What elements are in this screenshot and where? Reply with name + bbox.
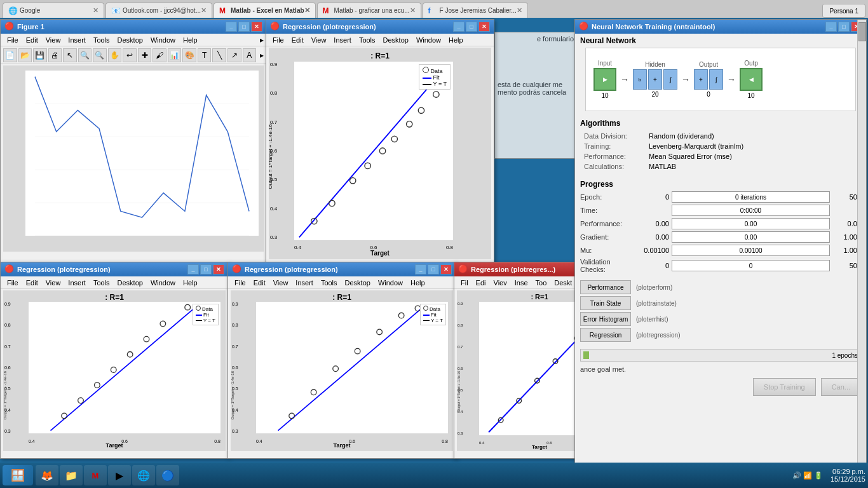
rbl-insert[interactable]: Insert [64,278,90,288]
rm-view[interactable]: View [308,35,330,45]
open-btn[interactable]: 📂 [18,48,32,62]
zoom-out-btn[interactable]: 🔍 [93,48,107,62]
rbl-desktop[interactable]: Desktop [114,278,147,288]
text-btn[interactable]: A [243,48,257,62]
nn-titlebar[interactable]: 🔴 Neural Network Training (nntraintool) … [575,20,866,34]
pan-btn[interactable]: ✋ [108,48,122,62]
menu-help[interactable]: Help [179,35,201,45]
nn-max[interactable]: □ [838,22,850,32]
nn-scrollbar-thumb[interactable] [858,22,866,41]
rbc-file[interactable]: File [231,278,250,288]
tab-facebook-close[interactable]: ✕ [517,6,522,15]
menu-insert[interactable]: Insert [64,35,90,45]
rm-file[interactable]: File [269,35,288,45]
rotate-btn[interactable]: ↩ [123,48,137,62]
tab-matlab-graficar-close[interactable]: ✕ [410,6,416,15]
rbl-tools[interactable]: Tools [90,278,114,288]
rbc-edit[interactable]: Edit [250,278,269,288]
figure1-titlebar[interactable]: 🔴 Figure 1 _ □ ✕ [1,20,266,34]
taskbar-firefox[interactable]: 🦊 [36,465,58,485]
annot-btn[interactable]: T [198,48,212,62]
rbl-file[interactable]: File [3,278,22,288]
cursor-btn[interactable]: ↖ [63,48,77,62]
menu-desktop[interactable]: Desktop [114,35,147,45]
menu-tools[interactable]: Tools [90,35,114,45]
tab-facebook[interactable]: f F Jose Jeremias Cabalier... ✕ [423,3,528,18]
max-btn[interactable]: □ [466,22,477,32]
error-hist-btn[interactable]: Error Histogram [580,312,631,326]
tab-matlab-excel[interactable]: M Matlab - Excel en Matlab ✕ [214,3,316,18]
rbc-desktop[interactable]: Desktop [341,278,374,288]
rbl-help[interactable]: Help [179,278,201,288]
start-button[interactable]: 🪟 [3,465,33,485]
rbl-min[interactable]: _ [187,264,199,274]
cancel-button[interactable]: Can... [821,378,861,396]
line-btn[interactable]: ╲ [212,48,226,62]
arrow-btn[interactable]: ↗ [227,48,241,62]
rbl-view[interactable]: View [42,278,65,288]
rbc-max[interactable]: □ [428,264,439,274]
zoom-in-btn[interactable]: 🔍 [78,48,92,62]
rm-help[interactable]: Help [445,35,467,45]
taskbar-media[interactable]: ▶ [108,465,131,485]
more-btn[interactable]: ▸ [260,51,264,60]
brush-btn[interactable]: 🖌 [153,48,166,62]
cls-btn[interactable]: ✕ [478,22,490,32]
minimize-btn[interactable]: _ [226,22,237,32]
regression-main-titlebar[interactable]: 🔴 Regression (plotregression) _ □ ✕ [266,20,494,34]
rbc-min[interactable]: _ [415,264,426,274]
rm-tools[interactable]: Tools [355,35,379,45]
tab-outlook-close[interactable]: ✕ [201,6,207,15]
taskbar-folder[interactable]: 📁 [60,465,83,485]
train-state-btn[interactable]: Train State [580,296,631,310]
rbl-cls[interactable]: ✕ [213,264,224,274]
rm-edit[interactable]: Edit [288,35,308,45]
rbc-tools[interactable]: Tools [317,278,341,288]
maximize-btn[interactable]: □ [238,22,250,32]
rbr-insert[interactable]: Inse [511,278,532,288]
tab-matlab-excel-close[interactable]: ✕ [304,6,310,15]
taskbar-matlab[interactable]: M [84,465,107,485]
tab-google-close[interactable]: ✕ [93,6,98,15]
nn-min[interactable]: _ [825,22,837,32]
menu-view[interactable]: View [42,35,65,45]
rbr-tools[interactable]: Too [532,278,551,288]
menu-edit[interactable]: Edit [22,35,42,45]
rbc-help[interactable]: Help [407,278,429,288]
rm-desktop[interactable]: Desktop [379,35,412,45]
insert-legend-btn[interactable]: 📊 [168,48,182,62]
tab-outlook[interactable]: 📧 Outlook.com - jjcc94@hot... ✕ [105,3,212,18]
data-cursor-btn[interactable]: ✚ [138,48,152,62]
persona-button[interactable]: Persona 1 [822,4,865,18]
rbl-window[interactable]: Window [147,278,179,288]
new-btn[interactable]: 📄 [3,48,17,62]
regression-bl-titlebar[interactable]: 🔴 Regression (plotregression) _ □ ✕ [1,262,228,276]
rbr-file[interactable]: Fil [457,278,472,288]
rbc-cls[interactable]: ✕ [440,264,452,274]
menu-window[interactable]: Window [147,35,179,45]
performance-plot-btn[interactable]: Performance [580,280,631,294]
rbc-window[interactable]: Window [374,278,407,288]
regression-bc-titlebar[interactable]: 🔴 Regression (plotregression) _ □ ✕ [228,262,456,276]
nn-scrollbar[interactable] [857,20,866,470]
min-btn[interactable]: _ [453,22,465,32]
tab-google[interactable]: 🌐 Google ✕ [3,3,104,18]
colorbar-btn[interactable]: 🎨 [182,48,196,62]
stop-training-button[interactable]: Stop Training [753,378,816,396]
close-btn[interactable]: ✕ [251,22,262,32]
save-btn[interactable]: 💾 [33,48,47,62]
tab-matlab-graficar[interactable]: M Matlab - graficar una ecu... ✕ [317,3,421,18]
menu-file[interactable]: File [3,35,22,45]
rm-window[interactable]: Window [412,35,445,45]
print-btn[interactable]: 🖨 [48,48,62,62]
expand-btn[interactable]: ▸ [260,36,264,44]
rbr-desktop[interactable]: Deskt [550,278,576,288]
rbc-insert[interactable]: Insert [292,278,317,288]
rbr-edit[interactable]: Edi [472,278,490,288]
taskbar-chrome[interactable]: 🔵 [156,465,179,485]
rm-insert[interactable]: Insert [330,35,355,45]
taskbar-ie[interactable]: 🌐 [132,465,155,485]
rbr-view[interactable]: Viev [490,278,511,288]
rbl-edit[interactable]: Edit [22,278,42,288]
rbc-view[interactable]: View [269,278,292,288]
